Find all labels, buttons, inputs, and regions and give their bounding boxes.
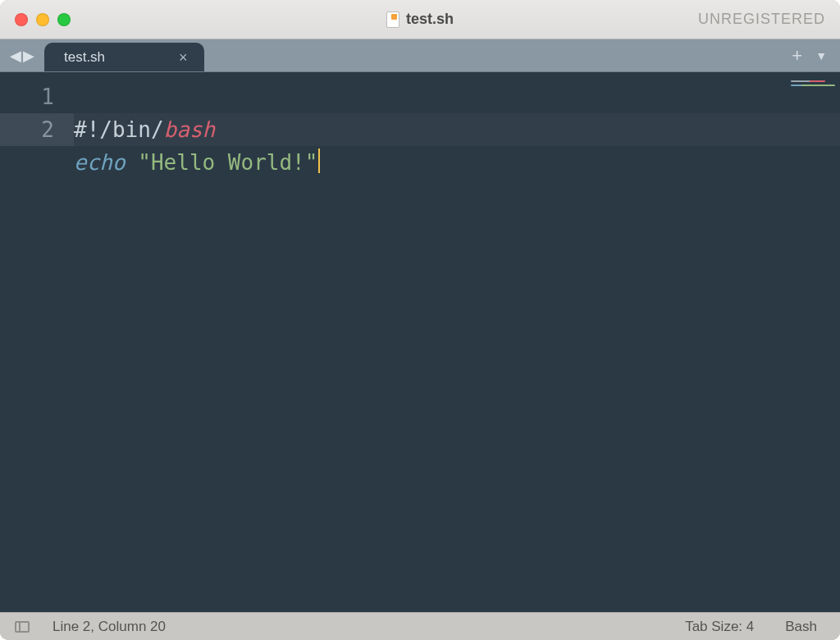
status-bar: Line 2, Column 20 Tab Size: 4 Bash [0,612,840,640]
nav-forward-button[interactable]: ▶ [23,47,34,65]
code-line-1: #!/bin/bash [74,117,215,142]
line-number: 2 [0,113,74,146]
token-string: "Hello World!" [138,150,317,175]
tab-bar-right: + ▼ [778,39,840,71]
cursor-position[interactable]: Line 2, Column 20 [44,619,174,635]
minimap[interactable] [791,72,840,612]
line-number: 1 [0,80,74,113]
title-filename: test.sh [406,11,454,28]
token-command: echo [74,150,126,175]
close-window-button[interactable] [15,13,28,26]
editor-window: test.sh UNREGISTERED ◀ ▶ test.sh × + ▼ 1… [0,0,840,640]
token-shebang: #!/bin/ [74,117,164,142]
tab-label: test.sh [64,49,105,66]
editor-area[interactable]: 1 2 #!/bin/bash echo "Hello World!" [0,72,840,612]
new-tab-button[interactable]: + [792,45,802,66]
minimap-line [791,85,835,86]
tab-dropdown-button[interactable]: ▼ [815,49,827,62]
minimap-line [791,80,825,82]
tab-size-selector[interactable]: Tab Size: 4 [677,619,762,635]
file-icon [386,11,399,28]
registration-status: UNREGISTERED [698,11,825,28]
syntax-selector[interactable]: Bash [777,619,825,635]
side-panel-toggle[interactable] [15,621,30,633]
text-cursor [318,149,320,173]
tab-bar: ◀ ▶ test.sh × + ▼ [0,39,840,72]
titlebar: test.sh UNREGISTERED [0,0,840,39]
tab-close-button[interactable]: × [179,50,188,65]
code-content[interactable]: #!/bin/bash echo "Hello World!" [74,72,791,612]
window-controls [15,13,71,26]
tab-history-nav: ◀ ▶ [0,39,44,71]
tab-active[interactable]: test.sh × [44,43,204,71]
token-interpreter: bash [164,117,216,142]
line-number-gutter: 1 2 [0,72,74,612]
minimize-window-button[interactable] [36,13,49,26]
nav-back-button[interactable]: ◀ [10,47,21,65]
code-line-2: echo "Hello World!" [74,150,320,175]
zoom-window-button[interactable] [57,13,71,26]
